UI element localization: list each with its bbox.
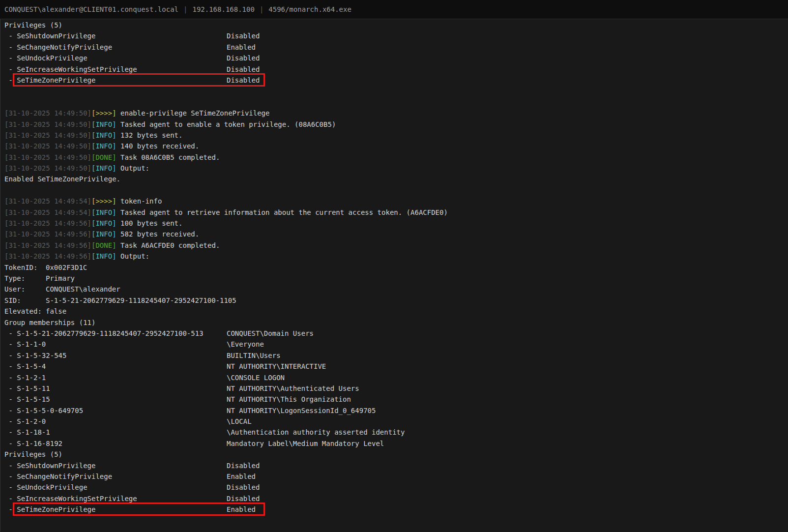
privilege-name: - SeIncreaseWorkingSetPrivilege	[4, 64, 137, 75]
token-field-value: 0x002F3D1C	[46, 262, 87, 273]
privilege-status: Disabled	[227, 30, 260, 41]
terminal-line: - S-1-2-0\LOCAL	[0, 416, 788, 427]
terminal-line: - S-1-18-1\Authentication authority asse…	[0, 427, 788, 438]
terminal-line: [31-10-2025 14:49:56][INFO] 582 bytes re…	[0, 229, 788, 239]
privilege-status: Disabled	[227, 482, 260, 493]
privilege-status: Disabled	[227, 493, 260, 504]
terminal-line: [31-10-2025 14:49:54][INFO] Tasked agent…	[0, 207, 788, 218]
log-tag: [INFO]	[91, 252, 117, 260]
token-field-label: SID:	[4, 295, 21, 306]
output-text: Enabled SeTimeZonePrivilege.	[4, 174, 120, 184]
log-message: 582 bytes received.	[117, 230, 200, 238]
terminal-line: [31-10-2025 14:49:50][INFO] 140 bytes re…	[0, 141, 788, 151]
token-field-label: User:	[4, 284, 25, 295]
group-name: NT AUTHORITY\Authenticated Users	[227, 383, 359, 394]
terminal-line: SID:S-1-5-21-2062779629-1118245407-29524…	[0, 295, 788, 306]
terminal-line: [31-10-2025 14:49:56][DONE] Task A6ACFDE…	[0, 240, 788, 251]
terminal-line: [31-10-2025 14:49:50][INFO] 132 bytes se…	[0, 130, 788, 141]
log-tag: [INFO]	[91, 164, 117, 172]
terminal-output[interactable]: Privileges (5) - SeShutdownPrivilegeDisa…	[0, 19, 788, 532]
terminal-line	[0, 86, 788, 96]
log-tag: [>>>>]	[91, 197, 117, 205]
terminal-line: [31-10-2025 14:49:56][INFO] 100 bytes se…	[0, 218, 788, 229]
terminal-line: [31-10-2025 14:49:50][INFO] Tasked agent…	[0, 119, 788, 130]
log-timestamp: [31-10-2025 14:49:50]	[4, 153, 91, 161]
terminal-line: - S-1-5-21-2062779629-1118245407-2952427…	[0, 328, 788, 339]
terminal-line: - SeShutdownPrivilegeDisabled	[0, 30, 788, 41]
terminal-line: [31-10-2025 14:49:50][DONE] Task 08A6C0B…	[0, 152, 788, 163]
log-message: Output:	[117, 164, 149, 172]
terminal-line: [31-10-2025 14:49:56][INFO] Output:	[0, 251, 788, 262]
log-timestamp: [31-10-2025 14:49:54]	[4, 208, 91, 216]
group-sid: - S-1-2-1	[4, 372, 46, 383]
log-tag: [INFO]	[91, 208, 117, 216]
privilege-name: - SeUndockPrivilege	[4, 482, 88, 493]
terminal-line: - SeTimeZonePrivilegeEnabled	[0, 504, 788, 515]
session-header: CONQUEST\alexander@CLIENT01.conquest.loc…	[0, 0, 788, 19]
terminal-line: - SeUndockPrivilegeDisabled	[0, 53, 788, 63]
privilege-name: - SeChangeNotifyPrivilege	[4, 471, 112, 482]
log-timestamp: [31-10-2025 14:49:54]	[4, 197, 91, 205]
token-field-value: CONQUEST\alexander	[46, 284, 120, 295]
terminal-line: User:CONQUEST\alexander	[0, 284, 788, 295]
group-name: BUILTIN\Users	[227, 350, 281, 361]
terminal-line: - SeTimeZonePrivilegeDisabled	[0, 75, 788, 86]
privilege-status: Disabled	[227, 53, 260, 63]
token-field-value: false	[46, 306, 66, 317]
terminal-line: - S-1-5-5-0-649705NT AUTHORITY\LogonSess…	[0, 405, 788, 416]
section-title: Group memberships (11)	[4, 317, 95, 328]
privilege-name: - SeIncreaseWorkingSetPrivilege	[4, 493, 137, 504]
terminal-line: - SeChangeNotifyPrivilegeEnabled	[0, 42, 788, 53]
group-name: \CONSOLE LOGON	[227, 372, 285, 383]
group-sid: - S-1-1-0	[4, 339, 46, 350]
privilege-name: - SeUndockPrivilege	[4, 53, 88, 63]
log-tag: [DONE]	[91, 153, 117, 161]
log-message: Task A6ACFDE0 completed.	[117, 241, 220, 249]
log-tag: [INFO]	[91, 131, 117, 139]
group-sid: - S-1-18-1	[4, 427, 50, 438]
group-sid: - S-1-5-4	[4, 361, 46, 372]
privilege-name: - SeChangeNotifyPrivilege	[4, 42, 112, 53]
group-sid: - S-1-5-11	[4, 383, 50, 394]
terminal-line: Type:Primary	[0, 273, 788, 284]
log-message: Task 08A6C0B5 completed.	[117, 153, 220, 161]
log-tag: [>>>>]	[91, 109, 117, 117]
terminal-line: Privileges (5)	[0, 20, 788, 30]
log-message: 100 bytes sent.	[117, 219, 183, 227]
terminal-line	[0, 185, 788, 196]
log-tag: [INFO]	[91, 120, 117, 128]
log-timestamp: [31-10-2025 14:49:56]	[4, 241, 91, 249]
privilege-name: - SeTimeZonePrivilege	[4, 504, 95, 515]
log-message: Tasked agent to enable a token privilege…	[117, 120, 336, 128]
group-sid: - S-1-5-15	[4, 394, 50, 405]
session-ip: 192.168.168.100	[192, 5, 254, 13]
terminal-line: - S-1-2-1\CONSOLE LOGON	[0, 372, 788, 383]
terminal-line: - S-1-5-32-545BUILTIN\Users	[0, 350, 788, 361]
privilege-status: Enabled	[227, 504, 256, 515]
terminal-line: Privileges (5)	[0, 449, 788, 460]
log-message: 140 bytes received.	[117, 142, 200, 150]
privilege-name: - SeTimeZonePrivilege	[4, 75, 95, 86]
terminal-line	[0, 97, 788, 108]
privilege-status: Enabled	[227, 42, 256, 53]
log-tag: [INFO]	[91, 142, 117, 150]
token-field-label: TokenID:	[4, 262, 37, 273]
log-message: 132 bytes sent.	[117, 131, 183, 139]
log-timestamp: [31-10-2025 14:49:50]	[4, 120, 91, 128]
header-divider: |	[183, 5, 187, 13]
terminal-line: [31-10-2025 14:49:54][>>>>] token-info	[0, 196, 788, 207]
log-timestamp: [31-10-2025 14:49:56]	[4, 230, 91, 238]
group-name: NT AUTHORITY\INTERACTIVE	[227, 361, 326, 372]
group-sid: - S-1-5-32-545	[4, 350, 66, 361]
group-name: Mandatory Label\Medium Mandatory Level	[227, 438, 384, 449]
session-process: 4596/monarch.x64.exe	[268, 5, 351, 13]
privilege-name: - SeShutdownPrivilege	[4, 460, 95, 471]
section-title: Privileges (5)	[4, 449, 62, 460]
terminal-line: - SeIncreaseWorkingSetPrivilegeDisabled	[0, 493, 788, 504]
log-timestamp: [31-10-2025 14:49:50]	[4, 142, 91, 150]
terminal-line: - SeChangeNotifyPrivilegeEnabled	[0, 471, 788, 482]
log-message: token-info	[117, 197, 162, 205]
log-message: Tasked agent to retrieve information abo…	[117, 208, 448, 216]
log-timestamp: [31-10-2025 14:49:50]	[4, 164, 91, 172]
log-timestamp: [31-10-2025 14:49:50]	[4, 131, 91, 139]
